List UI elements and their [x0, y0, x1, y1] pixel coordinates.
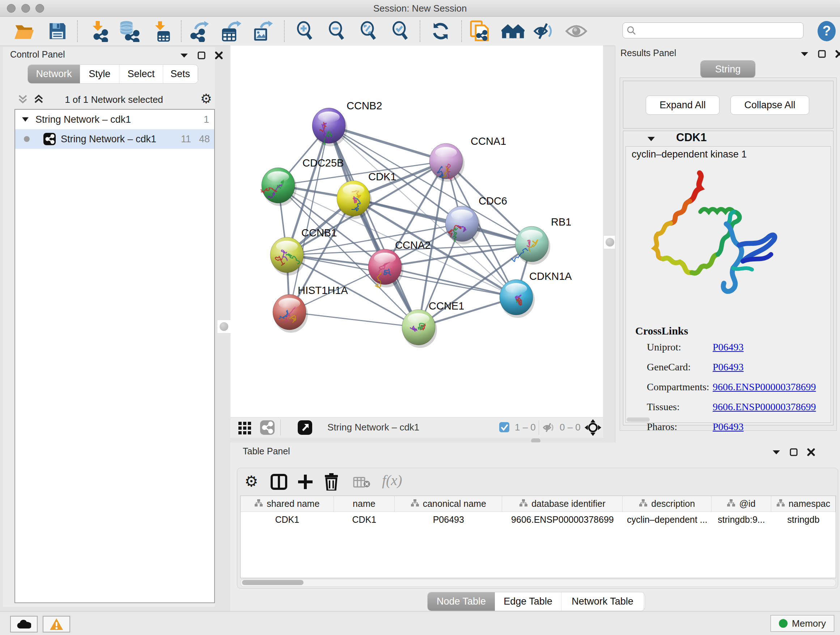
crosslink-link[interactable]: 9606.ENSP00000378699 — [713, 401, 816, 413]
node-table-grid[interactable]: shared namenamecanonical namedatabase id… — [240, 496, 836, 578]
maximize-panel-icon[interactable] — [790, 448, 798, 456]
crosslink-link[interactable]: P06493 — [713, 361, 744, 373]
add-column-icon[interactable] — [297, 474, 313, 490]
table-cell[interactable]: CDK1 — [334, 512, 395, 527]
tab-select[interactable]: Select — [119, 65, 163, 83]
zoom-in-button[interactable] — [293, 19, 317, 43]
zoom-selected-button[interactable] — [388, 19, 412, 43]
search-icon — [627, 26, 636, 35]
tab-string[interactable]: String — [701, 61, 755, 78]
delete-table-icon[interactable] — [353, 477, 370, 488]
table-cell[interactable]: stringdb:9... — [712, 512, 771, 527]
table-cell[interactable]: P06493 — [395, 512, 502, 527]
import-table-from-file-button[interactable] — [149, 19, 173, 43]
column-header-label: name — [353, 499, 376, 509]
column-header-namespac[interactable]: namespac — [771, 496, 836, 511]
crosslink-link[interactable]: P06493 — [713, 341, 744, 353]
column-header-name[interactable]: name — [334, 496, 395, 511]
node-HIST1H1A[interactable] — [273, 295, 308, 333]
grid-view-icon[interactable] — [237, 420, 253, 435]
function-builder-icon[interactable]: f(x) — [382, 472, 402, 489]
scrollbar-thumb[interactable] — [242, 580, 303, 585]
table-cell[interactable]: 9606.ENSP00000378699 — [502, 512, 622, 527]
column-header-canonical-name[interactable]: canonical name — [395, 496, 502, 511]
column-header-database-identifier[interactable]: database identifier — [502, 496, 622, 511]
selected-checkbox-icon[interactable] — [499, 422, 510, 432]
close-panel-icon[interactable] — [807, 448, 815, 456]
import-network-from-file-button[interactable] — [87, 19, 111, 43]
float-panel-icon[interactable] — [801, 51, 808, 57]
float-panel-icon[interactable] — [772, 450, 780, 455]
search-input[interactable] — [622, 22, 804, 38]
edge-HIST1H1A-CCNE1[interactable] — [289, 312, 418, 327]
network-svg[interactable]: CCNB2CCNA1CDC25BCDK1CDC6RB1CCNB1CCNA2CDK… — [231, 46, 603, 417]
network-row-selected[interactable]: String Network – cdk1 11 48 — [15, 129, 214, 149]
column-header-@id[interactable]: @id — [712, 496, 771, 511]
node-CCNE1[interactable] — [402, 310, 437, 348]
table-cell[interactable]: CDK1 — [240, 512, 334, 527]
zoom-fit-button[interactable] — [357, 19, 381, 43]
export-table-icon — [221, 20, 242, 42]
close-panel-icon[interactable] — [835, 50, 840, 58]
network-collection-row[interactable]: String Network – cdk1 1 — [15, 110, 214, 129]
node-CDC25B[interactable] — [261, 168, 297, 206]
crosslink-link[interactable]: P06493 — [713, 421, 744, 432]
tab-network-table[interactable]: Network Table — [561, 592, 644, 611]
node-CDK1[interactable] — [337, 181, 372, 219]
crosslink-link[interactable]: 9606.ENSP00000378699 — [713, 381, 816, 393]
collapse-all-button[interactable]: Collapse All — [730, 96, 809, 115]
show-all-button[interactable] — [564, 19, 588, 43]
node-CCNA1[interactable] — [429, 143, 464, 182]
float-panel-icon[interactable] — [180, 53, 188, 58]
tab-node-table[interactable]: Node Table — [428, 592, 495, 611]
birds-eye-view-icon[interactable] — [584, 419, 602, 436]
table-row[interactable]: CDK1CDK1P064939606.ENSP00000378699cyclin… — [240, 512, 836, 527]
node-CCNB2[interactable] — [312, 108, 347, 146]
detach-view-icon[interactable] — [297, 420, 313, 435]
left-splitter-handle[interactable] — [217, 320, 231, 333]
save-session-button[interactable] — [46, 19, 69, 43]
show-columns-icon[interactable] — [271, 474, 287, 490]
refresh-button[interactable] — [429, 19, 453, 43]
tab-edge-table[interactable]: Edge Table — [495, 592, 561, 611]
cloud-status-button[interactable] — [10, 616, 38, 632]
table-options-gear-icon[interactable]: ⚙ — [245, 472, 258, 490]
close-panel-icon[interactable] — [215, 51, 223, 59]
warnings-button[interactable] — [43, 616, 70, 632]
tab-style[interactable]: Style — [80, 65, 119, 83]
node-layer: CCNB2CCNA1CDC25BCDK1CDC6RB1CCNB1CCNA2CDK… — [261, 100, 572, 348]
column-header-description[interactable]: description — [622, 496, 712, 511]
gene-collapse-icon[interactable] — [647, 136, 655, 141]
maximize-panel-icon[interactable] — [197, 51, 205, 59]
table-cell[interactable]: cyclin–dependent ... — [622, 512, 712, 527]
help-button[interactable]: ? — [815, 19, 838, 43]
zoom-out-button[interactable] — [325, 19, 349, 43]
node-RB1[interactable] — [512, 226, 550, 264]
export-image-button[interactable] — [251, 19, 275, 43]
tab-sets[interactable]: Sets — [163, 65, 198, 83]
table-cell[interactable]: stringdb — [771, 512, 836, 527]
export-table-button[interactable] — [219, 19, 243, 43]
gene-description: cyclin–dependent kinase 1 — [632, 149, 747, 160]
memory-button[interactable]: Memory — [771, 615, 834, 632]
network-list-options-gear-icon[interactable]: ⚙ — [201, 91, 212, 106]
node-CDC6[interactable] — [445, 206, 480, 244]
import-network-from-database-button[interactable] — [117, 19, 141, 43]
tab-network[interactable]: Network — [28, 65, 80, 83]
node-CDKN1A[interactable] — [500, 279, 535, 318]
expand-all-button[interactable]: Expand All — [646, 96, 720, 115]
right-splitter-handle[interactable] — [603, 235, 616, 249]
open-session-button[interactable] — [13, 19, 36, 43]
column-header-shared-name[interactable]: shared name — [240, 496, 334, 511]
hide-selected-button[interactable] — [532, 19, 556, 43]
network-view-toggle-icon[interactable] — [259, 420, 275, 435]
export-network-button[interactable] — [188, 19, 212, 43]
table-horizontal-scrollbar[interactable] — [240, 579, 836, 587]
delete-column-icon[interactable] — [324, 473, 339, 491]
gene-box-scrollbar[interactable] — [627, 417, 650, 422]
copy-network-button[interactable] — [469, 19, 493, 43]
maximize-panel-icon[interactable] — [818, 50, 826, 58]
tree-expander-icon[interactable] — [22, 117, 29, 122]
first-neighbors-button[interactable] — [501, 19, 525, 43]
edge-CCNB2-CCNE1[interactable] — [329, 126, 418, 327]
